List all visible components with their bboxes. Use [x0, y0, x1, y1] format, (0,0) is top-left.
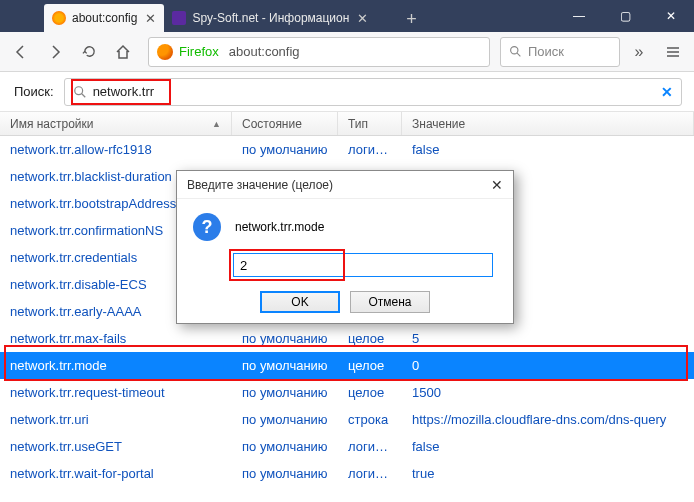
- cell-name: network.trr.request-timeout: [0, 385, 232, 400]
- window-controls: — ▢ ✕: [556, 0, 694, 32]
- config-search-input[interactable]: network.trr ✕: [64, 78, 682, 106]
- close-icon[interactable]: ✕: [357, 11, 368, 26]
- table-row[interactable]: network.trr.uriпо умолчаниюстрокаhttps:/…: [0, 406, 694, 433]
- cell-name: network.trr.wait-for-portal: [0, 466, 232, 481]
- reload-button[interactable]: [74, 37, 104, 67]
- cell-state: по умолчанию: [232, 358, 338, 373]
- cell-value: false: [402, 142, 694, 157]
- url-bar[interactable]: Firefox about:config: [148, 37, 490, 67]
- pref-name: network.trr.mode: [235, 220, 324, 234]
- search-label: Поиск:: [14, 84, 54, 99]
- cell-value: 1500: [402, 385, 694, 400]
- table-row[interactable]: network.trr.modeпо умолчаниюцелое0: [0, 352, 694, 379]
- tab-label: about:config: [72, 11, 137, 25]
- cell-type: логичес…: [338, 439, 402, 454]
- table-row[interactable]: network.trr.request-timeoutпо умолчаниюц…: [0, 379, 694, 406]
- cell-state: по умолчанию: [232, 142, 338, 157]
- cell-value: false: [402, 439, 694, 454]
- table-header: Имя настройки▲ Состояние Тип Значение: [0, 112, 694, 136]
- table-row[interactable]: network.trr.allow-rfc1918по умолчаниюлог…: [0, 136, 694, 163]
- cell-type: целое: [338, 331, 402, 346]
- cell-type: строка: [338, 412, 402, 427]
- firefox-warning-icon: [52, 11, 66, 25]
- cell-type: целое: [338, 358, 402, 373]
- toolbar: Firefox about:config Поиск »: [0, 32, 694, 72]
- cell-state: по умолчанию: [232, 439, 338, 454]
- cell-state: по умолчанию: [232, 412, 338, 427]
- cell-state: по умолчанию: [232, 331, 338, 346]
- dialog-enter-integer: Введите значение (целое) ✕ ? network.trr…: [176, 170, 514, 324]
- close-icon[interactable]: ✕: [491, 177, 503, 193]
- ok-button[interactable]: OK: [260, 291, 340, 313]
- cell-type: логичес…: [338, 466, 402, 481]
- sort-asc-icon: ▲: [212, 119, 221, 129]
- dialog-titlebar[interactable]: Введите значение (целое) ✕: [177, 171, 513, 199]
- cell-value: 5: [402, 331, 694, 346]
- firefox-icon: [157, 44, 173, 60]
- table-row[interactable]: network.trr.useGETпо умолчаниюлогичес…fa…: [0, 433, 694, 460]
- maximize-button[interactable]: ▢: [602, 0, 648, 32]
- svg-point-1: [74, 86, 82, 94]
- search-placeholder: Поиск: [528, 44, 564, 59]
- close-icon[interactable]: ✕: [145, 11, 156, 26]
- site-icon: [172, 11, 186, 25]
- home-button[interactable]: [108, 37, 138, 67]
- config-search-row: Поиск: network.trr ✕: [0, 72, 694, 112]
- dialog-title: Введите значение (целое): [187, 178, 333, 192]
- identity-label: Firefox: [179, 44, 219, 59]
- cell-name: network.trr.allow-rfc1918: [0, 142, 232, 157]
- cell-value: true: [402, 466, 694, 481]
- minimize-button[interactable]: —: [556, 0, 602, 32]
- question-icon: ?: [193, 213, 221, 241]
- config-search-value: network.trr: [93, 84, 154, 99]
- menu-button[interactable]: [658, 37, 688, 67]
- table-row[interactable]: network.trr.wait-for-portalпо умолчаниюл…: [0, 460, 694, 487]
- integer-input[interactable]: [233, 253, 493, 277]
- search-icon: [509, 45, 522, 58]
- col-state[interactable]: Состояние: [232, 112, 338, 135]
- cell-name: network.trr.mode: [0, 358, 232, 373]
- svg-point-0: [511, 47, 518, 54]
- cell-name: network.trr.useGET: [0, 439, 232, 454]
- cell-state: по умолчанию: [232, 385, 338, 400]
- titlebar: about:config ✕ Spy-Soft.net - Информацио…: [0, 0, 694, 32]
- tab-label: Spy-Soft.net - Информацион: [192, 11, 349, 25]
- cell-name: network.trr.uri: [0, 412, 232, 427]
- new-tab-button[interactable]: +: [398, 6, 424, 32]
- cell-type: логичес…: [338, 142, 402, 157]
- cell-value: https://mozilla.cloudflare-dns.com/dns-q…: [402, 412, 694, 427]
- forward-button[interactable]: [40, 37, 70, 67]
- search-icon: [73, 85, 87, 99]
- col-value[interactable]: Значение: [402, 112, 694, 135]
- back-button[interactable]: [6, 37, 36, 67]
- cell-state: по умолчанию: [232, 466, 338, 481]
- tab-spysoft[interactable]: Spy-Soft.net - Информацион ✕: [164, 4, 394, 32]
- cell-value: 0: [402, 358, 694, 373]
- cancel-button[interactable]: Отмена: [350, 291, 430, 313]
- overflow-button[interactable]: »: [624, 37, 654, 67]
- cell-name: network.trr.max-fails: [0, 331, 232, 346]
- col-name[interactable]: Имя настройки▲: [0, 112, 232, 135]
- clear-icon[interactable]: ✕: [661, 84, 673, 100]
- table-row[interactable]: network.trr.max-failsпо умолчаниюцелое5: [0, 325, 694, 352]
- search-box[interactable]: Поиск: [500, 37, 620, 67]
- tab-about-config[interactable]: about:config ✕: [44, 4, 164, 32]
- cell-type: целое: [338, 385, 402, 400]
- col-type[interactable]: Тип: [338, 112, 402, 135]
- url-text: about:config: [229, 44, 300, 59]
- close-button[interactable]: ✕: [648, 0, 694, 32]
- tab-strip: about:config ✕ Spy-Soft.net - Информацио…: [0, 0, 424, 32]
